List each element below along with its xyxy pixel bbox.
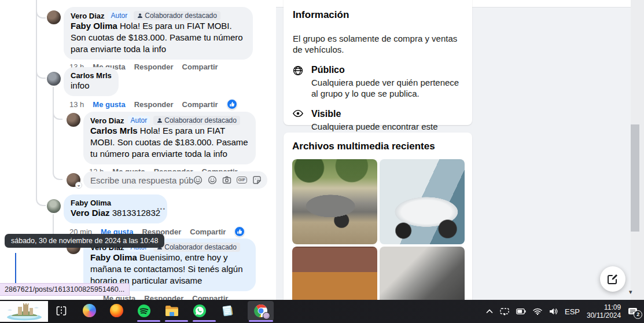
thread-line	[53, 87, 54, 168]
privacy-description: Cualquiera puede ver quién pertenece al …	[311, 77, 465, 99]
tray-clock[interactable]: 11:09 30/11/2024	[587, 303, 621, 320]
reply-link[interactable]: Responder	[134, 100, 174, 109]
collaborator-badge-label: Colaborador destacado	[145, 12, 217, 20]
comment-bubble: Carlos Mrls infoo	[64, 67, 119, 96]
comment: Carlos Mrls infoo 13 h Me gusta Responde…	[64, 67, 237, 109]
avatar-reply-self[interactable]: ⌄	[67, 173, 80, 187]
taskbar-firefox-button[interactable]	[105, 300, 128, 321]
mention[interactable]: Faby Olima	[71, 21, 117, 31]
running-indicator	[165, 320, 188, 322]
tray-date: 30/11/2024	[587, 311, 621, 320]
comment-author[interactable]: Faby Olima	[71, 199, 111, 207]
media-photo-white-hatchback[interactable]	[380, 159, 465, 244]
browser-status-url: 2867621/posts/1613100825951460...	[0, 283, 130, 296]
chevron-down-icon[interactable]: ⌄	[75, 182, 82, 189]
reply-input-container: GIF	[83, 171, 267, 189]
thumbs-up-icon	[229, 101, 235, 107]
comment-text: infoo	[71, 80, 90, 90]
facebook-group-screen: ⌄ Vero Diaz Autor Colaborador destacado …	[0, 0, 644, 323]
comment-author[interactable]: Vero Diaz	[71, 12, 105, 20]
taskbar-chrome-button[interactable]	[248, 301, 274, 321]
whatsapp-icon	[193, 304, 207, 318]
task-view-icon	[56, 305, 67, 317]
avatar[interactable]	[47, 10, 61, 24]
share-link[interactable]: Compartir	[182, 100, 218, 109]
group-description: El grupo es solamente de compra y ventas…	[293, 33, 463, 55]
comment-bubble: Vero Diaz Autor Colaborador destacado Ca…	[83, 112, 256, 164]
thread-line	[36, 193, 46, 206]
visibility-title: Visible	[311, 109, 465, 119]
firefox-icon	[110, 304, 123, 317]
thread-line	[36, 0, 37, 194]
reply-input[interactable]	[90, 175, 193, 185]
spotify-icon	[137, 304, 151, 318]
timestamp-tooltip: sábado, 30 de noviembre de 2024 a las 10…	[5, 234, 164, 248]
text-caret-line	[15, 253, 16, 284]
taskbar-copilot-button[interactable]	[78, 300, 101, 321]
collaborator-badge: Colaborador destacado	[134, 11, 220, 20]
sticker-icon[interactable]	[252, 175, 262, 185]
comment-time[interactable]: 13 h	[69, 100, 84, 109]
mention[interactable]: Faby Olima	[90, 252, 137, 262]
collaborator-badge: Colaborador destacado	[153, 243, 240, 252]
comment-author[interactable]: Carlos Mrls	[71, 71, 112, 80]
file-explorer-icon	[165, 305, 179, 317]
person-badge-icon	[137, 13, 143, 19]
like-reaction-badge[interactable]	[234, 226, 245, 237]
media-photo-gray-sedan[interactable]	[292, 159, 377, 244]
taskbar-notepad-button[interactable]	[216, 300, 239, 321]
tray-chevron-up-icon[interactable]	[486, 309, 493, 314]
scroll-down-arrow[interactable]: ▾	[629, 288, 632, 296]
like-link[interactable]: Me gusta	[93, 100, 125, 109]
chrome-icon	[254, 304, 268, 318]
media-grid	[292, 159, 463, 323]
tray-notifications-button[interactable]: 2	[628, 307, 638, 316]
globe-icon	[293, 65, 304, 99]
scrollbar-thumb[interactable]	[631, 124, 639, 232]
chrome-profile-avatar	[263, 312, 270, 320]
running-indicator	[193, 320, 216, 322]
taskbar-task-view-button[interactable]	[50, 300, 73, 321]
info-title: Información	[293, 9, 463, 21]
avatar[interactable]	[47, 199, 61, 213]
thread-line	[53, 214, 54, 236]
mention[interactable]: Vero Diaz	[71, 208, 110, 218]
collaborator-badge-label: Colaborador destacado	[164, 116, 237, 124]
avatar[interactable]	[67, 113, 80, 127]
emoji-icon[interactable]	[208, 175, 217, 185]
thumbs-up-icon	[237, 229, 242, 234]
comment-author[interactable]: Vero Diaz	[90, 116, 124, 125]
comment: Vero Diaz Autor Colaborador destacado Fa…	[64, 7, 253, 71]
avatar-sticker-icon[interactable]	[193, 175, 203, 185]
running-indicator	[249, 320, 273, 322]
like-reaction-badge[interactable]	[227, 99, 237, 109]
gif-icon[interactable]: GIF	[237, 177, 248, 183]
tray-language-indicator[interactable]: ESP	[565, 307, 580, 316]
taskbar-spotify-button[interactable]	[133, 300, 156, 321]
tray-battery-icon[interactable]	[516, 309, 526, 314]
comment-bubble: Vero Diaz Autor Colaborador destacado Fa…	[64, 7, 253, 60]
tray-wifi-icon[interactable]	[533, 308, 542, 315]
taskbar-whatsapp-button[interactable]	[188, 300, 211, 321]
comment-reply: Vero Diaz Autor Colaborador destacado Ca…	[83, 112, 256, 176]
taskbar-widgets-button[interactable]	[0, 301, 48, 322]
privacy-title: Público	[311, 65, 465, 75]
person-badge-icon	[157, 118, 163, 123]
share-link[interactable]: Compartir	[190, 227, 226, 236]
author-badge: Autor	[108, 11, 131, 20]
collaborator-badge-label: Colaborador destacado	[164, 243, 237, 251]
notepad-icon	[221, 304, 234, 317]
compose-post-button[interactable]	[600, 266, 625, 292]
comment: Faby Olima Vero Diaz 3813312832 20 min M…	[64, 194, 245, 237]
taskbar-file-explorer-button[interactable]	[160, 300, 183, 321]
camera-icon[interactable]	[222, 175, 231, 185]
windows-taskbar: ESP 11:09 30/11/2024 2	[0, 300, 644, 323]
thread-line	[53, 107, 62, 120]
comment-options-button[interactable]: ...	[157, 201, 166, 211]
mention[interactable]: Carlos Mrls	[90, 126, 138, 135]
tray-cast-icon[interactable]	[500, 308, 509, 315]
tray-volume-icon[interactable]	[549, 308, 558, 315]
thread-line	[36, 6, 46, 19]
avatar[interactable]	[47, 72, 61, 86]
notification-count-badge: 2	[634, 310, 642, 319]
